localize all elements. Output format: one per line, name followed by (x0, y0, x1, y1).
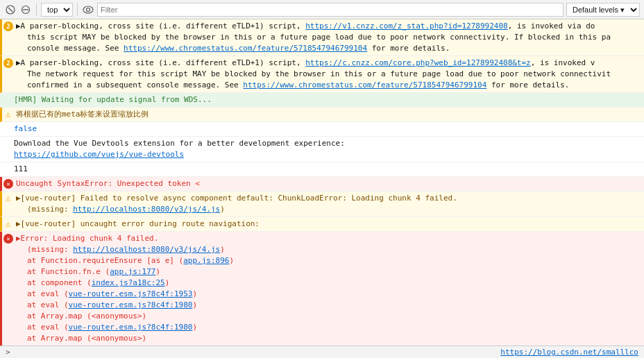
warn-triangle-icon3: ⚠ (3, 219, 13, 229)
vue-router-err-missing: (missing: http://localhost:8080/v3/js/4.… (16, 205, 225, 214)
vue-router-err-text: ▶[vue-router] Failed to resolve async co… (16, 194, 457, 203)
error-badge: ✕ (3, 179, 13, 189)
warn-triangle-icon2: ⚠ (3, 194, 13, 203)
meta-warn-text: 将根据已有的meta标签来设置缩放比例 (16, 110, 149, 119)
error-badge2: ✕ (3, 234, 13, 244)
log-entry-hmr: [HMR] Waiting for update signal from WDS… (0, 93, 644, 108)
console-bottom-bar: > https://blog.csdn.net/smalllco (0, 346, 644, 358)
log-entry-devtools: Download the Vue Devtools extension for … (0, 137, 644, 162)
log-entry-vue-router-uncaught: ⚠ ▶[vue-router] uncaught error during ro… (0, 217, 644, 232)
log-entry-chunk-error: ✕ ▶Error: Loading chunk 4 failed. (missi… (0, 232, 644, 346)
log-entry-111: 111 (0, 162, 644, 177)
clear-console-button[interactable] (4, 3, 17, 16)
link-cnzz-core[interactable]: https://c.cnzz.com/core.php?web_id=12789… (305, 58, 531, 67)
bottom-link[interactable]: https://blog.csdn.net/smalllco (500, 348, 638, 357)
svg-point-5 (87, 8, 90, 11)
link-vue-1980b[interactable]: vue-router.esm.js?8c4f:1980 (69, 323, 193, 332)
block-icon[interactable] (19, 3, 32, 16)
chunk-error-missing: (missing: http://localhost:8080/v3/js/4.… (16, 245, 225, 254)
log-entry-meta-warn: ⚠ 将根据已有的meta标签来设置缩放比例 (0, 108, 644, 122)
hmr-text: [HMR] Waiting for update signal from WDS… (14, 95, 212, 104)
eye-icon (82, 3, 94, 16)
link-vue-1979[interactable]: vue-router.esm.js?8c4f:1979 (128, 345, 253, 346)
warn-triangle-icon: ⚠ (3, 110, 13, 119)
stack-line8: at Array.map (<anonymous>) (16, 334, 146, 343)
stack-line9: at flatMapComponents (vue-router.esm.js?… (16, 345, 257, 346)
console-toolbar: top Default levels ▾ (0, 0, 644, 19)
link-chromestatus1[interactable]: https://www.chromestatus.com/feature/571… (124, 44, 367, 53)
vue-router-uncaught-text: ▶[vue-router] uncaught error during rout… (16, 219, 260, 228)
log-entry-warn1: 2 ▶A parser-blocking, cross site (i.e. d… (0, 19, 644, 56)
toolbar-divider (36, 3, 37, 16)
svg-point-4 (83, 6, 93, 13)
link-chromestatus2[interactable]: https://www.chromestatus.com/feature/571… (243, 80, 486, 90)
log-entry-vue-router-err: ⚠ ▶[vue-router] Failed to resolve async … (0, 191, 644, 217)
link-vue-1953[interactable]: vue-router.esm.js?8c4f:1953 (69, 289, 193, 298)
warn-badge2: 2 (3, 58, 13, 68)
link-chunk4-1[interactable]: http://localhost:8080/v3/js/4.js (73, 205, 220, 214)
execution-context-select[interactable]: top (41, 3, 73, 17)
false-value: false (14, 124, 37, 133)
log-entry-warn2: 2 ▶A parser-blocking, cross site (i.e. d… (0, 56, 644, 93)
svg-line-1 (8, 8, 12, 12)
devtools-msg-line1: Download the Vue Devtools extension for … (14, 139, 345, 148)
link-index-25[interactable]: index.js?a18c:25 (92, 278, 165, 287)
stack-line4: at eval (vue-router.esm.js?8c4f:1953) (16, 289, 197, 298)
stack-line3: at component (index.js?a18c:25) (16, 278, 169, 287)
syntax-error-text: Uncaught SyntaxError: Unexpected token < (16, 179, 200, 188)
warn-badge: 2 (3, 22, 13, 31)
log-levels-select[interactable]: Default levels ▾ (566, 3, 640, 17)
log-entry-false: false (0, 122, 644, 137)
console-prompt: > (6, 348, 10, 357)
link-app-177[interactable]: app.js:177 (110, 267, 155, 276)
stack-line2: at Function.fn.e (app.js:177) (16, 267, 160, 276)
value-111: 111 (14, 164, 28, 173)
log-entry-syntax-error: ✕ Uncaught SyntaxError: Unexpected token… (0, 177, 644, 191)
link-chunk4-2[interactable]: http://localhost:8080/v3/js/4.js (73, 245, 220, 254)
link-app-896[interactable]: app.js:896 (183, 256, 229, 265)
stack-line5: at eval (vue-router.esm.js?8c4f:1980) (16, 300, 197, 309)
stack-line1: at Function.requireEnsure [as e] (app.js… (16, 256, 234, 265)
stack-line6: at Array.map (<anonymous>) (16, 312, 146, 321)
toolbar-divider2 (77, 3, 78, 16)
link-vue-1980a[interactable]: vue-router.esm.js?8c4f:1980 (69, 300, 193, 309)
stack-line7: at eval (vue-router.esm.js?8c4f:1980) (16, 323, 197, 332)
console-output: 2 ▶A parser-blocking, cross site (i.e. d… (0, 19, 644, 346)
link-vue-devtools[interactable]: https://github.com/vuejs/vue-devtools (14, 150, 184, 159)
chunk-error-title: ▶Error: Loading chunk 4 failed. (16, 234, 158, 243)
link-cnzz-v1[interactable]: https://v1.cnzz.com/z_stat.php?id=127899… (305, 22, 507, 31)
filter-input[interactable] (97, 3, 564, 17)
